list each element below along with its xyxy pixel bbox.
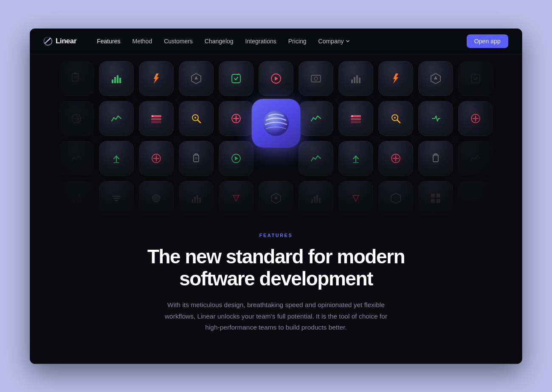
- svg-point-24: [232, 114, 240, 123]
- icon-cell: [59, 61, 94, 96]
- nav-company[interactable]: Company: [313, 35, 356, 47]
- svg-point-42: [232, 154, 240, 163]
- svg-rect-20: [151, 121, 161, 123]
- svg-point-31: [392, 115, 398, 121]
- icon-cell: [378, 61, 413, 96]
- svg-rect-65: [431, 199, 435, 203]
- svg-rect-57: [197, 195, 198, 203]
- svg-rect-14: [356, 75, 358, 83]
- svg-rect-62: [319, 197, 321, 203]
- svg-rect-4: [112, 79, 113, 83]
- svg-point-22: [192, 115, 198, 121]
- nav-pricing[interactable]: Pricing: [283, 35, 312, 47]
- svg-point-36: [152, 154, 161, 163]
- icon-cell: [378, 181, 413, 216]
- svg-rect-18: [151, 115, 161, 117]
- nav-features[interactable]: Features: [92, 35, 125, 47]
- chevron-down-icon: [345, 39, 350, 44]
- svg-rect-49: [72, 199, 76, 203]
- icon-cell: [418, 141, 453, 176]
- hero-subtitle: With its meticulous design, breathtaking…: [157, 299, 395, 333]
- icon-cell: [99, 61, 134, 96]
- svg-rect-27: [351, 115, 361, 117]
- svg-point-21: [152, 116, 153, 117]
- svg-rect-61: [316, 195, 318, 203]
- svg-rect-16: [471, 74, 480, 83]
- svg-rect-56: [194, 197, 196, 203]
- svg-point-17: [72, 114, 81, 123]
- icon-cell: [299, 61, 333, 96]
- icon-cell: [378, 101, 413, 136]
- svg-rect-64: [437, 194, 440, 197]
- linear-sphere-icon: [261, 108, 291, 138]
- icon-cell: [299, 141, 333, 176]
- svg-rect-6: [117, 75, 118, 83]
- nav-customers[interactable]: Customers: [159, 35, 198, 47]
- open-app-button[interactable]: Open app: [467, 34, 508, 48]
- icon-cell: [219, 101, 253, 136]
- icon-cell: [458, 181, 493, 216]
- icon-cell: [139, 141, 174, 176]
- icon-cell: [139, 61, 174, 96]
- icon-cell: [219, 61, 253, 96]
- icon-cell: [418, 61, 453, 96]
- svg-point-54: [152, 195, 160, 202]
- svg-rect-19: [151, 118, 161, 120]
- svg-rect-28: [351, 118, 361, 120]
- icon-cell: [179, 181, 214, 216]
- svg-rect-58: [199, 197, 201, 203]
- svg-point-23: [194, 117, 196, 118]
- icon-cell: [139, 181, 174, 216]
- icon-cell: [59, 141, 94, 176]
- svg-rect-63: [431, 194, 435, 197]
- nav-method[interactable]: Method: [127, 35, 157, 47]
- svg-rect-12: [351, 79, 353, 83]
- svg-rect-66: [437, 199, 440, 203]
- icon-cell: [219, 181, 253, 216]
- icon-cell: [59, 101, 94, 136]
- icon-cell: [219, 141, 253, 176]
- icon-cell: [59, 181, 94, 216]
- icon-cell: [179, 61, 214, 96]
- svg-rect-50: [77, 199, 81, 203]
- svg-point-11: [314, 77, 318, 80]
- icon-cell: [259, 181, 293, 216]
- svg-rect-13: [354, 77, 355, 83]
- svg-rect-5: [114, 77, 116, 83]
- icon-cell: [458, 101, 493, 136]
- logo-link[interactable]: Linear: [44, 37, 76, 45]
- hero-section: FEATURES The new standard for modern sof…: [30, 224, 522, 359]
- hero-app-icon: [252, 99, 300, 147]
- nav-integrations[interactable]: Integrations: [240, 35, 282, 47]
- icon-cell: [299, 181, 333, 216]
- icon-cell: [338, 101, 373, 136]
- svg-rect-29: [351, 121, 361, 123]
- svg-rect-10: [311, 75, 321, 82]
- icon-cell: [338, 141, 373, 176]
- icon-cell: [458, 61, 493, 96]
- svg-rect-7: [119, 78, 121, 83]
- icon-cell: [99, 101, 134, 136]
- icon-cell: [299, 101, 333, 136]
- icon-cell: [179, 141, 214, 176]
- linear-logo-icon: [44, 37, 52, 45]
- icon-cell: [458, 141, 493, 176]
- nav-links: Features Method Customers Changelog Inte…: [92, 35, 466, 47]
- icon-cell: [99, 141, 134, 176]
- icon-cell: [139, 101, 174, 136]
- svg-point-30: [352, 116, 353, 117]
- icon-cell: [99, 181, 134, 216]
- nav-changelog[interactable]: Changelog: [200, 35, 239, 47]
- svg-rect-15: [359, 78, 360, 83]
- svg-rect-46: [433, 155, 438, 162]
- svg-rect-39: [194, 155, 199, 162]
- svg-point-43: [391, 154, 400, 163]
- icon-cell: [338, 181, 373, 216]
- svg-rect-48: [77, 194, 81, 197]
- browser-window: Linear Features Method Customers Changel…: [30, 28, 522, 364]
- icon-cell: [378, 141, 413, 176]
- svg-point-33: [471, 114, 480, 123]
- icon-cell: [418, 101, 453, 136]
- hero-title: The new standard for modern software dev…: [144, 245, 408, 290]
- logo-text: Linear: [56, 37, 76, 45]
